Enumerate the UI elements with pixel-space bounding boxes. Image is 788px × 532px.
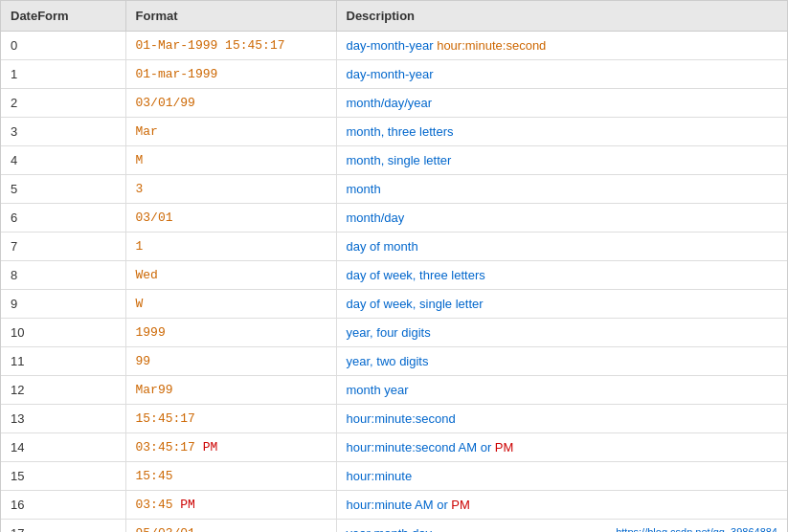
- table-row: 53month: [1, 175, 787, 204]
- description-text: hour:minute AM or: [347, 498, 452, 512]
- description-text: year, four digits: [347, 325, 431, 340]
- table-row: 8Wedday of week, three letters: [1, 261, 787, 290]
- format-text: 03/01/99: [136, 96, 195, 110]
- cell-description: month year: [336, 376, 787, 405]
- description-text: month, three letters: [347, 124, 454, 139]
- description-text: hour:minute:second: [347, 411, 456, 426]
- description-text: month, single letter: [347, 153, 452, 167]
- format-text: Wed: [136, 268, 158, 282]
- cell-description: hour:minute:second: [336, 405, 787, 433]
- cell-format: M: [125, 146, 336, 175]
- table-row: 101-mar-1999day-month-year: [1, 60, 787, 89]
- table-row: 1403:45:17 PMhour:minute:second AM or PM: [1, 433, 787, 462]
- cell-description: day of week, single letter: [336, 290, 787, 319]
- cell-dateform: 17: [1, 520, 125, 533]
- cell-format: 99: [125, 347, 336, 376]
- format-text: 01-mar-1999: [136, 67, 218, 81]
- format-text: 15:45: [136, 469, 173, 483]
- format-text: PM: [203, 440, 218, 454]
- format-text: Mar99: [136, 383, 173, 397]
- header-dateform: DateForm: [1, 1, 125, 32]
- cell-description: day of month: [336, 233, 787, 261]
- description-text: day of month: [347, 239, 418, 254]
- description-text: PM: [451, 498, 470, 512]
- cell-dateform: 14: [1, 433, 125, 462]
- cell-dateform: 7: [1, 233, 125, 261]
- table-row: 1795/03/01year month dayhttps://blog.csd…: [1, 520, 787, 533]
- table-row: 4Mmonth, single letter: [1, 146, 787, 175]
- cell-format: 95/03/01: [125, 520, 336, 533]
- format-text: 03/01: [136, 211, 173, 225]
- table-row: 1515:45hour:minute: [1, 462, 787, 491]
- cell-dateform: 16: [1, 491, 125, 520]
- format-text: 1999: [136, 325, 166, 340]
- table-row: 203/01/99month/day/year: [1, 89, 787, 118]
- cell-format: 03:45 PM: [125, 491, 336, 520]
- cell-description: day-month-year: [336, 60, 787, 89]
- cell-format: 03/01: [125, 204, 336, 233]
- cell-dateform: 6: [1, 204, 125, 233]
- watermark-text: https://blog.csdn.net/qq_39864884: [616, 526, 777, 532]
- table-header-row: DateForm Format Description: [1, 1, 787, 32]
- cell-description: year, two digits: [336, 347, 787, 376]
- cell-format: 3: [125, 175, 336, 204]
- cell-dateform: 4: [1, 146, 125, 175]
- table-row: 1603:45 PMhour:minute AM or PM: [1, 491, 787, 520]
- cell-format: 01-Mar-1999 15:45:17: [125, 32, 336, 60]
- cell-dateform: 2: [1, 89, 125, 118]
- header-format: Format: [125, 1, 336, 32]
- format-text: M: [136, 153, 144, 167]
- cell-description: hour:minute: [336, 462, 787, 491]
- cell-description: month, three letters: [336, 118, 787, 146]
- format-text: 03:45:17: [136, 440, 203, 454]
- cell-format: 01-mar-1999: [125, 60, 336, 89]
- cell-dateform: 12: [1, 376, 125, 405]
- cell-description: year, four digits: [336, 319, 787, 347]
- description-text: day-month-year: [347, 38, 438, 53]
- cell-format: 03:45:17 PM: [125, 433, 336, 462]
- description-text: year month day: [347, 526, 433, 532]
- cell-dateform: 0: [1, 32, 125, 60]
- dateform-table: DateForm Format Description 001-Mar-1999…: [1, 1, 787, 532]
- cell-dateform: 13: [1, 405, 125, 433]
- cell-description: hour:minute AM or PM: [336, 491, 787, 520]
- cell-dateform: 11: [1, 347, 125, 376]
- format-text: Mar: [136, 124, 158, 139]
- description-text: day of week, three letters: [347, 268, 485, 282]
- cell-description: hour:minute:second AM or PM: [336, 433, 787, 462]
- table-row: 603/01month/day: [1, 204, 787, 233]
- table-row: 101999year, four digits: [1, 319, 787, 347]
- format-text: 15:45:17: [136, 411, 195, 426]
- cell-description: year month dayhttps://blog.csdn.net/qq_3…: [336, 520, 787, 533]
- format-text: W: [136, 297, 144, 311]
- format-text: 3: [136, 182, 144, 196]
- description-text: month/day: [347, 211, 405, 225]
- description-text: hour:minute: [347, 469, 413, 483]
- cell-dateform: 10: [1, 319, 125, 347]
- description-text: month: [347, 182, 381, 196]
- cell-format: Wed: [125, 261, 336, 290]
- cell-format: Mar99: [125, 376, 336, 405]
- cell-format: W: [125, 290, 336, 319]
- table-row: 12Mar99month year: [1, 376, 787, 405]
- format-text: 01-Mar-1999 15:45:17: [136, 38, 285, 53]
- description-text: year, two digits: [347, 354, 429, 368]
- cell-description: day of week, three letters: [336, 261, 787, 290]
- description-text: day of week, single letter: [347, 297, 484, 311]
- cell-dateform: 8: [1, 261, 125, 290]
- description-text: hour:minute:second AM or: [347, 440, 495, 454]
- cell-dateform: 1: [1, 60, 125, 89]
- cell-format: 1: [125, 233, 336, 261]
- cell-dateform: 3: [1, 118, 125, 146]
- format-text: 03:45: [136, 498, 181, 512]
- cell-dateform: 9: [1, 290, 125, 319]
- description-text: month year: [347, 383, 409, 397]
- table-row: 71day of month: [1, 233, 787, 261]
- cell-description: month: [336, 175, 787, 204]
- format-text: PM: [180, 498, 195, 512]
- table-row: 001-Mar-1999 15:45:17day-month-year hour…: [1, 32, 787, 60]
- table-row: 9Wday of week, single letter: [1, 290, 787, 319]
- cell-dateform: 5: [1, 175, 125, 204]
- cell-format: Mar: [125, 118, 336, 146]
- cell-format: 15:45: [125, 462, 336, 491]
